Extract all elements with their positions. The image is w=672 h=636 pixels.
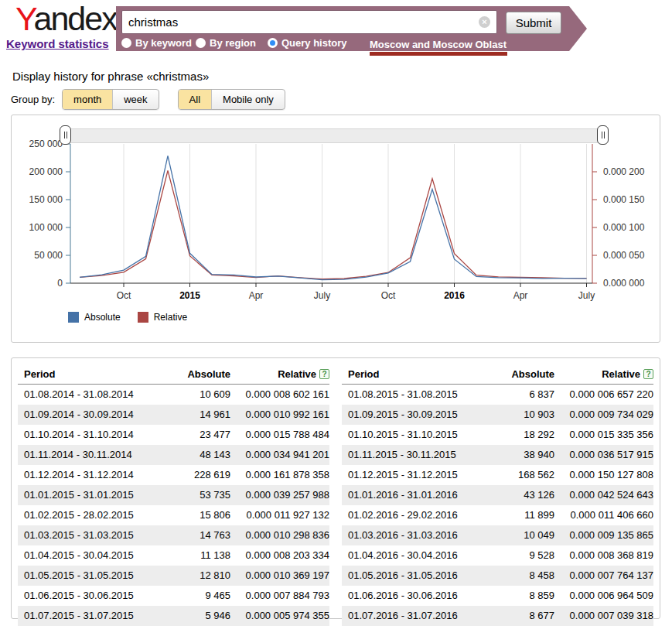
relative-cell: 0.000 161 878 358 [230,469,329,480]
relative-cell: 0.000 006 964 509 [554,590,653,601]
mode-label: By keyword [135,37,192,49]
right-axis-tick-label: 0.000 200 [603,166,645,177]
table-row: 01.08.2015 - 31.08.20156 8370.000 006 65… [342,385,653,405]
x-axis-tick-label: Apr [249,290,264,301]
device-mobile-only-button[interactable]: Mobile only [211,90,285,109]
table-row: 01.12.2014 - 31.12.2014228 6190.000 161 … [18,465,329,485]
absolute-cell: 6 837 [485,388,554,400]
left-axis-tick-label: 50 000 [34,250,63,261]
period-cell: 01.09.2014 - 30.09.2014 [18,409,161,420]
col-relative: Relative? [554,368,653,380]
right-axis-tick-label: 0.000 000 [603,278,645,289]
absolute-cell: 12 810 [161,569,230,581]
device-all-button[interactable]: All [179,90,211,109]
range-slider-right-handle[interactable] [597,125,609,145]
keyword-statistics-link[interactable]: Keyword statistics [6,37,109,50]
relative-cell: 0.000 008 368 819 [554,549,653,561]
table-row: 01.02.2015 - 28.02.201515 8060.000 011 9… [18,505,329,525]
relative-cell: 0.000 039 257 988 [230,489,329,501]
table-row: 01.11.2014 - 30.11.201448 1430.000 034 9… [18,445,329,465]
relative-cell: 0.000 007 764 137 [554,569,653,581]
clear-search-icon[interactable]: × [479,16,490,28]
relative-cell: 0.000 005 974 355 [230,610,329,621]
table-row: 01.07.2015 - 31.07.20155 9460.000 005 97… [18,606,329,626]
period-cell: 01.07.2015 - 31.07.2015 [18,610,161,621]
table-row: 01.01.2016 - 31.01.201643 1260.000 042 5… [342,485,653,505]
table-row: 01.05.2015 - 31.05.201512 8100.000 010 3… [18,566,329,586]
right-axis-tick-label: 0.000 150 [603,194,645,205]
absolute-cell: 10 609 [161,388,230,400]
absolute-cell: 228 619 [161,469,230,480]
x-axis-tick-label: July [314,290,330,301]
yandex-logo: Yandex [15,0,117,38]
wordstat-page: Yandex Keyword statistics × Submit By ke… [0,0,672,636]
legend-item-relative[interactable]: Relative [138,312,187,323]
absolute-cell: 15 806 [161,509,230,521]
region-underline-bar [370,52,507,56]
table-row: 01.04.2015 - 30.04.201511 1380.000 008 2… [18,545,329,566]
absolute-cell: 53 735 [161,489,230,501]
period-cell: 01.11.2014 - 30.11.2014 [18,449,161,460]
absolute-cell: 43 126 [485,489,554,501]
history-tables-panel: Period Absolute Relative? 01.08.2014 - 3… [11,357,660,619]
period-cell: 01.07.2016 - 31.07.2016 [342,610,485,621]
mode-radio-by-keyword[interactable]: By keyword [121,37,192,49]
radio-icon [121,38,131,48]
relative-cell: 0.000 015 788 484 [230,429,329,440]
region-link[interactable]: Moscow and Moscow Oblast [370,39,507,52]
relative-cell: 0.000 150 127 808 [554,469,653,480]
radio-selected-icon [268,38,278,48]
col-period: Period [342,368,485,380]
search-band: × Submit By keyword By region Query hist… [116,6,569,51]
absolute-cell: 8 458 [485,569,554,581]
period-cell: 01.10.2015 - 31.10.2015 [342,429,485,440]
col-relative: Relative? [230,368,329,380]
relative-help-icon[interactable]: ? [643,369,653,379]
period-cell: 01.04.2016 - 30.04.2016 [342,549,485,561]
period-cell: 01.08.2015 - 31.08.2015 [342,388,485,400]
relative-help-icon[interactable]: ? [319,369,329,379]
relative-cell: 0.000 009 734 029 [554,409,653,420]
history-chart-panel: 050 000100 000150 000200 000250 0000.000… [11,115,660,343]
table-row: 01.11.2015 - 30.11.201538 9400.000 036 5… [342,445,653,465]
search-input[interactable] [121,10,497,34]
table-row: 01.08.2014 - 31.08.201410 6090.000 008 6… [18,385,329,405]
absolute-cell: 48 143 [161,449,230,460]
x-axis-tick-label: Oct [381,290,396,301]
group-by-week-button[interactable]: week [112,90,158,109]
period-cell: 01.02.2016 - 29.02.2016 [342,509,485,521]
relative-cell: 0.000 042 524 643 [554,489,653,501]
relative-cell: 0.000 007 039 318 [554,610,653,621]
absolute-cell: 9 465 [161,590,230,601]
absolute-cell: 38 940 [485,449,554,460]
table-row: 01.04.2016 - 30.04.20169 5280.000 008 36… [342,545,653,566]
relative-cell: 0.000 007 884 793 [230,590,329,601]
range-slider-left-handle[interactable] [60,125,71,145]
period-cell: 01.03.2015 - 31.03.2015 [18,529,161,541]
range-slider-track[interactable] [66,128,603,143]
controls-row: Group by: month week All Mobile only [11,89,285,110]
legend-label: Absolute [84,312,121,323]
mode-label: Query history [281,37,347,49]
relative-swatch-icon [138,312,148,323]
absolute-cell: 11 899 [485,509,554,521]
mode-label: By region [210,37,256,49]
group-by-label: Group by: [11,94,55,105]
submit-button[interactable]: Submit [506,12,561,34]
left-axis-tick-label: 150 000 [29,194,63,205]
absolute-cell: 14 961 [161,409,230,420]
group-by-month-button[interactable]: month [63,90,112,109]
legend-item-absolute[interactable]: Absolute [68,312,121,323]
table-row: 01.03.2015 - 31.03.201514 7630.000 010 2… [18,525,329,545]
mode-radio-by-region[interactable]: By region [196,37,256,49]
mode-radio-query-history[interactable]: Query history [268,37,347,49]
absolute-cell: 5 946 [161,610,230,621]
period-cell: 01.04.2015 - 30.04.2015 [18,549,161,561]
absolute-cell: 9 528 [485,549,554,561]
absolute-cell: 8 859 [485,590,554,601]
relative-cell: 0.000 008 203 334 [230,549,329,561]
table-row: 01.10.2015 - 31.10.201518 2920.000 015 3… [342,425,653,445]
period-cell: 01.03.2016 - 31.03.2016 [342,529,485,541]
period-cell: 01.06.2016 - 30.06.2016 [342,590,485,601]
left-axis-tick-label: 200 000 [29,166,63,177]
